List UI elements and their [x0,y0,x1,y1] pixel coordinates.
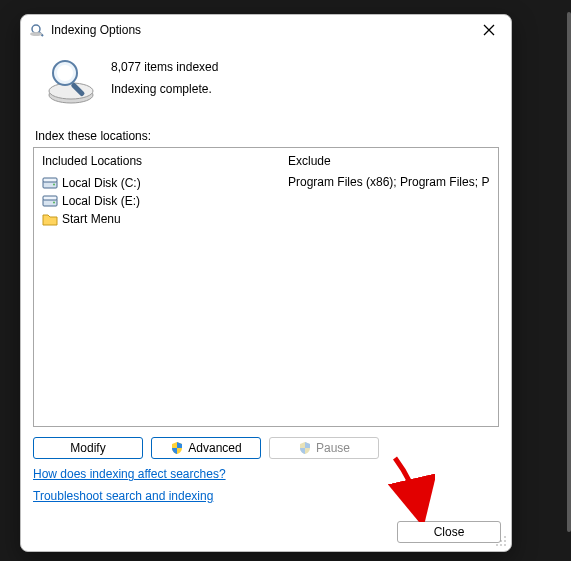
list-item[interactable]: Local Disk (E:) [42,192,272,210]
svg-point-16 [504,540,506,542]
modify-button-label: Modify [70,441,105,455]
list-item-label: Local Disk (E:) [62,194,140,208]
svg-rect-12 [43,196,57,200]
shield-icon [170,441,184,455]
svg-point-17 [496,544,498,546]
modify-button[interactable]: Modify [33,437,143,459]
svg-point-14 [504,536,506,538]
pause-button-label: Pause [316,441,350,455]
col-included-header: Included Locations [42,152,272,174]
pause-button: Pause [269,437,379,459]
list-item-exclude [288,206,490,222]
window-title: Indexing Options [51,23,475,37]
link-affect-searches[interactable]: How does indexing affect searches? [33,467,226,481]
indexing-progress-text: Indexing complete. [111,79,218,101]
svg-point-2 [30,32,42,36]
list-item[interactable]: Local Disk (C:) [42,174,272,192]
list-item-label: Local Disk (C:) [62,176,141,190]
indexing-options-dialog: Indexing Options 8,077 items indexe [20,14,512,552]
folder-icon [42,211,58,227]
close-icon[interactable] [475,18,503,42]
locations-list[interactable]: Included Locations Local Disk (C:)Local … [33,147,499,427]
svg-point-4 [49,83,93,99]
svg-point-18 [500,544,502,546]
list-item[interactable]: Start Menu [42,210,272,228]
list-item-label: Start Menu [62,212,121,226]
status-row: 8,077 items indexed Indexing complete. [33,47,499,115]
items-indexed-text: 8,077 items indexed [111,57,218,79]
page-scrollbar[interactable] [567,12,571,532]
svg-point-15 [500,540,502,542]
link-troubleshoot[interactable]: Troubleshoot search and indexing [33,489,213,503]
drive-icon [42,193,58,209]
svg-rect-9 [43,178,57,182]
drive-icon [42,175,58,191]
col-exclude-header: Exclude [288,152,490,174]
svg-point-0 [32,25,40,33]
close-button[interactable]: Close [397,521,501,543]
svg-point-6 [57,65,73,81]
advanced-button[interactable]: Advanced [151,437,261,459]
titlebar: Indexing Options [21,15,511,45]
resize-grip-icon[interactable] [495,535,507,547]
svg-point-10 [53,184,55,186]
svg-point-19 [504,544,506,546]
svg-point-13 [53,202,55,204]
indexing-icon [29,22,45,38]
close-button-label: Close [434,525,465,539]
advanced-button-label: Advanced [188,441,241,455]
list-item-exclude: Program Files (x86); Program Files; Prog… [288,174,490,190]
shield-icon [298,441,312,455]
locations-label: Index these locations: [35,129,499,143]
list-item-exclude [288,190,490,206]
magnifier-drive-icon [43,51,99,107]
